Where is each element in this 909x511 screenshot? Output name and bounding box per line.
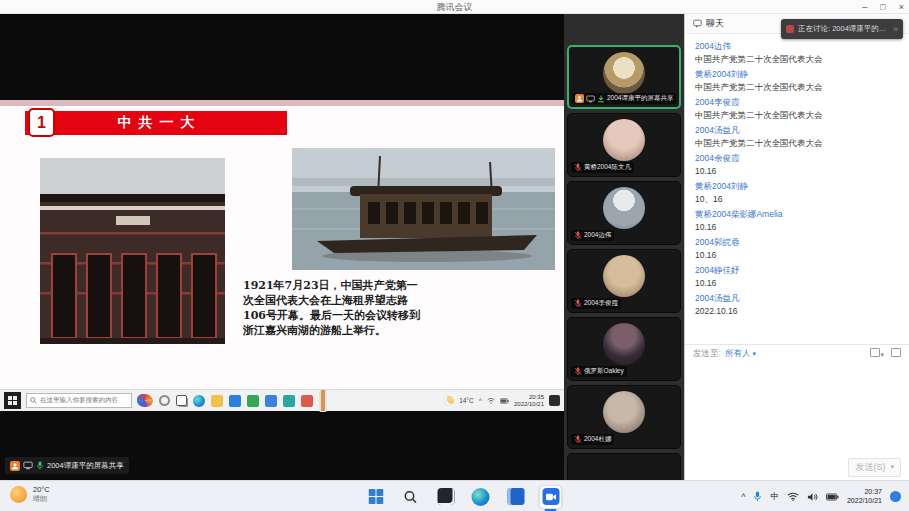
participant-tile[interactable]: 2004边伟 xyxy=(567,181,681,245)
shared-search-box: 在这里输入你要搜索的内容 xyxy=(26,393,132,408)
chat-icon xyxy=(693,19,702,28)
forward-arrows-icon[interactable]: » xyxy=(893,24,898,34)
muted-mic-icon xyxy=(574,367,582,376)
search-button[interactable] xyxy=(400,486,422,508)
tencent-meeting-button[interactable] xyxy=(540,486,562,508)
teal-app-icon xyxy=(283,395,295,407)
powerpoint-active-icon xyxy=(321,390,325,411)
participant-label: 2004李俊霞 xyxy=(571,298,621,309)
window-titlebar[interactable]: 腾讯会议 – □ × xyxy=(0,0,909,14)
chat-message: 2004余俊霞 10.16 xyxy=(695,152,899,178)
send-to-dropdown[interactable]: 所有人 ▾ xyxy=(725,348,756,360)
chat-sender: 2004边伟 xyxy=(695,40,899,53)
sun-weather-icon xyxy=(10,486,27,503)
moon-weather-icon xyxy=(444,396,454,406)
wifi-icon[interactable] xyxy=(787,492,799,501)
participant-tile[interactable]: 俄罗斯Oakley xyxy=(567,317,681,381)
shared-search-placeholder: 在这里输入你要搜索的内容 xyxy=(40,396,118,405)
taskbar: 20°C 晴朗 ^ 中 20:37 2022/10/21 xyxy=(0,480,909,511)
chat-sender: 2004李俊霞 xyxy=(695,96,899,109)
security-shield-icon xyxy=(549,395,560,406)
chat-message: 2004汤益凡 2022.10.16 xyxy=(695,292,899,318)
tray-chevron-up-icon[interactable]: ^ xyxy=(741,492,745,502)
close-button[interactable]: × xyxy=(899,0,904,14)
shared-clock: 20:35 2022/10/21 xyxy=(514,394,544,408)
chat-window-icon[interactable]: ▾ xyxy=(870,348,884,359)
dark-app-icon xyxy=(437,488,454,505)
participant-tile-presenter[interactable]: 2004谭康平的屏幕共享 xyxy=(567,45,681,109)
send-button[interactable]: 发送(S) ▾ xyxy=(848,458,901,477)
presentation-slide: 1 中共一大 xyxy=(0,100,564,389)
discussion-text: 正在讨论: 2004谭康平的屏幕共享 xyxy=(798,24,889,34)
red-app-icon xyxy=(301,395,313,407)
chat-message: 2004郭皖蓉 10.16 xyxy=(695,236,899,262)
shared-taskbar-icons xyxy=(137,390,327,412)
tencent-meeting-icon xyxy=(542,488,559,505)
recording-icon xyxy=(786,25,794,33)
photo-first-congress-site xyxy=(40,158,225,344)
weather-widget[interactable]: 20°C 晴朗 xyxy=(10,485,50,503)
edge-button[interactable] xyxy=(470,486,492,508)
participant-name: 2004谭康平的屏幕共享 xyxy=(607,94,673,103)
muted-mic-icon xyxy=(574,435,582,444)
muted-mic-icon xyxy=(574,163,582,172)
chat-sender: 2004郭皖蓉 xyxy=(695,236,899,249)
weather-temp: 20°C xyxy=(33,485,50,494)
discussion-toast[interactable]: 正在讨论: 2004谭康平的屏幕共享 » xyxy=(781,19,903,39)
window-controls: – □ × xyxy=(862,0,904,14)
speaker-icon[interactable] xyxy=(807,492,818,502)
edge-icon xyxy=(193,395,205,407)
input-method-indicator[interactable]: 中 xyxy=(770,491,779,503)
chat-message: 黄桥2004刘静 10、16 xyxy=(695,180,899,206)
mail-icon xyxy=(229,395,241,407)
chat-message-list[interactable]: 2004边伟 中国共产党第二十次全国代表大会 黄桥2004刘静 中国共产党第二十… xyxy=(685,34,909,344)
chat-text: 10.16 xyxy=(695,277,899,290)
chat-sender: 2004汤益凡 xyxy=(695,292,899,305)
notification-badge[interactable] xyxy=(890,491,901,502)
chat-input[interactable] xyxy=(685,362,909,454)
chat-text: 中国共产党第二十次全国代表大会 xyxy=(695,53,899,66)
chat-text: 10.16 xyxy=(695,221,899,234)
chat-sender: 2004汤益凡 xyxy=(695,124,899,137)
send-row: 发送(S) ▾ xyxy=(685,454,909,480)
start-button[interactable] xyxy=(365,486,387,508)
chat-sender: 2004静佳妤 xyxy=(695,264,899,277)
slide-body-text: 1921年7月23日，中国共产党第一次全国代表大会在上海租界望志路106号开幕。… xyxy=(243,278,425,338)
participant-tile[interactable]: 黄桥2004陈文凡 xyxy=(567,113,681,177)
chat-text: 10.16 xyxy=(695,165,899,178)
battery-icon[interactable] xyxy=(826,493,839,501)
send-to-row: 发送至: 所有人 ▾ ▾ xyxy=(685,344,909,362)
chat-text: 中国共产党第二十次全国代表大会 xyxy=(695,81,899,94)
maximize-button[interactable]: □ xyxy=(880,0,885,14)
chat-message: 2004汤益凡 中国共产党第二十次全国代表大会 xyxy=(695,124,899,150)
avatar xyxy=(603,391,645,433)
participant-label: 俄罗斯Oakley xyxy=(571,366,627,377)
green-app-icon xyxy=(247,395,259,407)
chat-sender: 黄桥2004刘静 xyxy=(695,68,899,81)
participant-tile-partial[interactable] xyxy=(567,453,681,480)
participant-tile[interactable]: 2004杜娜 xyxy=(567,385,681,449)
folder-icon xyxy=(211,395,223,407)
chat-text: 10、16 xyxy=(695,193,899,206)
presenter-name: 2004谭康平的屏幕共享 xyxy=(47,461,124,471)
participant-name: 俄罗斯Oakley xyxy=(584,367,624,376)
shared-start-icon xyxy=(4,392,21,409)
mic-tray-icon[interactable] xyxy=(753,491,762,502)
dark-app-button[interactable] xyxy=(435,486,457,508)
chat-tool-icons: ▾ xyxy=(870,348,901,359)
chat-title: 聊天 xyxy=(706,17,724,30)
slide-top-border xyxy=(0,100,564,106)
document-app-button[interactable] xyxy=(505,486,527,508)
minimize-button[interactable]: – xyxy=(862,0,867,14)
screen-share-icon xyxy=(23,461,33,470)
photo-red-boat xyxy=(292,148,555,270)
document-app-icon xyxy=(507,488,524,505)
participant-tile[interactable]: 2004李俊霞 xyxy=(567,249,681,313)
taskbar-clock[interactable]: 20:37 2022/10/21 xyxy=(847,488,882,505)
paint-logo-icon xyxy=(137,394,153,407)
chat-popout-icon[interactable] xyxy=(891,348,901,359)
participant-strip: 2004谭康平的屏幕共享 黄桥2004陈文凡 2004边伟 2004李俊霞 俄罗… xyxy=(564,14,684,480)
avatar xyxy=(603,187,645,229)
taskbar-center-icons xyxy=(365,484,562,509)
screen-share-icon xyxy=(586,95,595,103)
